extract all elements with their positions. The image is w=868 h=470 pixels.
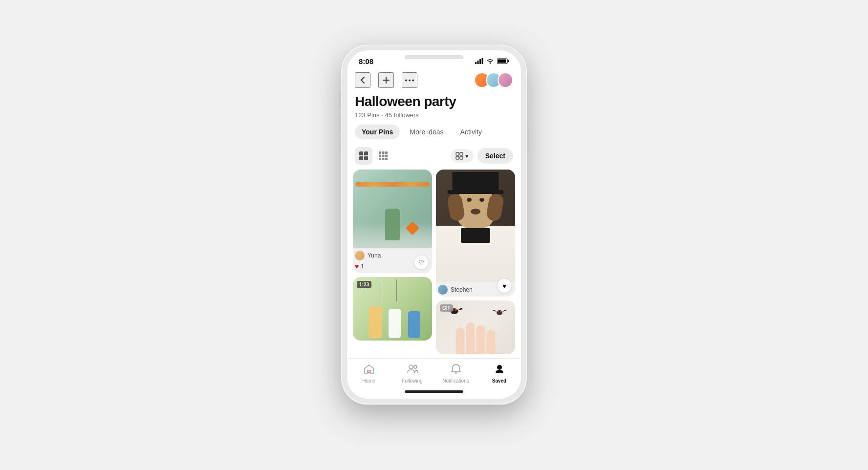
tab-activity[interactable]: Activity	[454, 125, 489, 139]
board-header: Halloween party 123 Pins · 45 followers	[347, 92, 521, 125]
pins-count: 123 Pins	[355, 111, 380, 119]
nav-item-notifications[interactable]: Notifications	[434, 363, 477, 384]
svg-rect-13	[359, 156, 363, 160]
svg-rect-23	[385, 158, 388, 160]
svg-rect-24	[456, 152, 459, 155]
chevron-down-icon: ▾	[465, 152, 469, 160]
nav-item-home[interactable]: Home	[347, 363, 391, 384]
toolbar-right: ▾ Select	[451, 148, 513, 164]
notifications-icon	[451, 363, 461, 377]
pin-2-heart-button[interactable]: ♥	[498, 279, 511, 293]
status-icons	[475, 58, 509, 65]
view-toggles	[355, 147, 392, 165]
svg-point-9	[409, 79, 411, 81]
back-button[interactable]	[355, 72, 370, 88]
followers-count: 45 followers	[385, 111, 418, 119]
pin-1-avatar	[355, 251, 365, 260]
signal-icon	[475, 58, 483, 65]
pin-card-4[interactable]: GIF	[436, 300, 515, 354]
svg-rect-12	[364, 151, 368, 155]
saved-icon	[495, 363, 504, 377]
tab-your-pins[interactable]: Your Pins	[355, 125, 400, 139]
svg-point-34	[368, 372, 369, 373]
select-button[interactable]: Select	[477, 148, 513, 164]
bottom-nav: Home Following	[347, 358, 521, 386]
pin-image-1	[353, 170, 432, 248]
pin-3-video-badge: 1:23	[357, 281, 371, 288]
view-small-button[interactable]	[374, 147, 392, 165]
status-time: 8:08	[359, 57, 373, 65]
pin-image-2	[436, 170, 515, 282]
svg-rect-20	[385, 155, 388, 157]
sort-button[interactable]: ▾	[451, 149, 474, 163]
svg-point-37	[497, 365, 502, 370]
home-label: Home	[362, 378, 375, 384]
svg-rect-7	[498, 59, 506, 63]
svg-rect-11	[359, 151, 363, 155]
pin-2-avatar	[438, 285, 448, 295]
meta-separator: ·	[381, 111, 383, 119]
notifications-label: Notifications	[442, 378, 469, 384]
home-icon	[364, 363, 374, 377]
following-icon	[407, 363, 418, 377]
svg-rect-18	[379, 155, 381, 157]
tab-more-ideas[interactable]: More ideas	[403, 125, 450, 139]
svg-rect-19	[382, 155, 385, 157]
svg-rect-25	[460, 152, 463, 155]
home-indicator	[347, 386, 521, 399]
board-title: Halloween party	[355, 94, 513, 109]
svg-point-10	[412, 79, 414, 81]
svg-rect-17	[385, 151, 388, 154]
volume-up-button[interactable]	[339, 93, 341, 109]
svg-rect-6	[508, 60, 509, 62]
battery-icon	[497, 58, 509, 65]
status-bar: 8:08	[347, 50, 521, 68]
silent-button[interactable]	[339, 137, 341, 153]
svg-rect-3	[482, 58, 483, 64]
svg-point-35	[409, 365, 413, 369]
toolbar: ▾ Select	[347, 145, 521, 170]
svg-rect-27	[460, 156, 463, 159]
phone-frame: 8:08	[341, 44, 527, 405]
pin-grid: ♡ Yuna ♥ 1	[347, 170, 521, 354]
more-options-button[interactable]	[402, 72, 417, 88]
svg-rect-22	[382, 158, 385, 160]
pin-card-3[interactable]: 1:23	[353, 277, 432, 341]
volume-down-button[interactable]	[339, 115, 341, 131]
svg-rect-16	[382, 151, 385, 154]
view-large-button[interactable]	[355, 147, 372, 165]
svg-rect-15	[379, 151, 381, 154]
svg-point-36	[414, 365, 417, 368]
nav-left	[355, 72, 417, 88]
board-meta: 123 Pins · 45 followers	[355, 111, 513, 119]
svg-point-30	[455, 309, 457, 311]
avatar-3[interactable]	[498, 72, 513, 88]
phone-screen: 8:08	[347, 50, 521, 399]
add-button[interactable]	[378, 72, 394, 88]
following-label: Following	[402, 378, 422, 384]
notch	[405, 55, 463, 59]
saved-label: Saved	[492, 378, 506, 384]
power-button[interactable]	[527, 123, 529, 152]
svg-rect-26	[456, 156, 459, 159]
svg-rect-21	[379, 158, 381, 160]
svg-point-8	[405, 79, 407, 81]
svg-rect-1	[477, 61, 479, 64]
pin-card-1[interactable]: ♡ Yuna ♥ 1	[353, 170, 432, 273]
pin-1-heart-button[interactable]: ♡	[414, 256, 428, 269]
pin-4-gif-badge: GIF	[440, 304, 453, 312]
nav-item-saved[interactable]: Saved	[477, 363, 521, 384]
nav-item-following[interactable]: Following	[391, 363, 434, 384]
pin-1-like-count: 1	[361, 263, 364, 270]
pin-card-2[interactable]: ♥ Stephen	[436, 170, 515, 297]
pin-2-user-name: Stephen	[451, 286, 473, 293]
home-bar	[405, 390, 463, 393]
svg-rect-14	[364, 156, 368, 160]
svg-point-33	[500, 311, 502, 313]
svg-rect-2	[479, 59, 481, 64]
svg-point-31	[497, 310, 502, 315]
top-nav	[347, 68, 521, 92]
pin-1-user-name: Yuna	[368, 252, 381, 259]
app-content: Halloween party 123 Pins · 45 followers …	[347, 68, 521, 399]
tabs-container: Your Pins More ideas Activity	[347, 125, 521, 145]
